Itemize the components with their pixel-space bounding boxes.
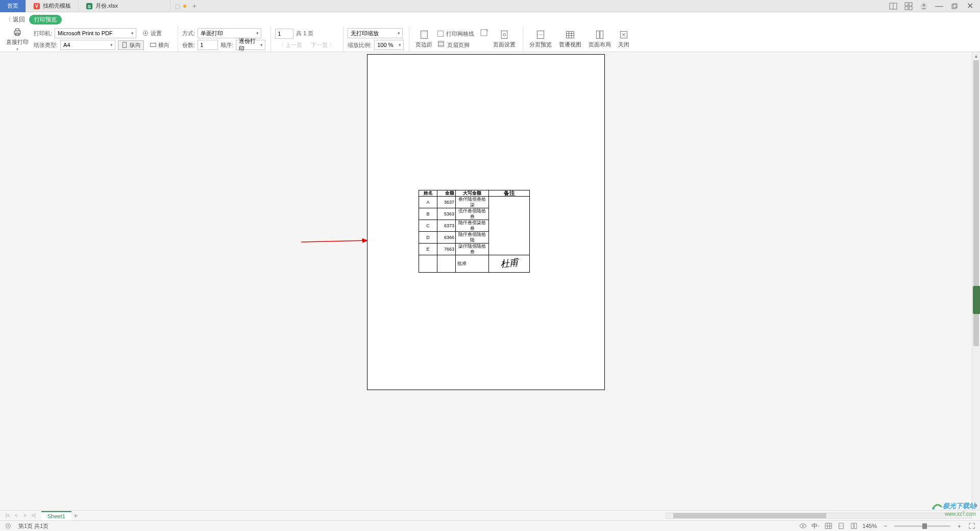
portrait-icon (121, 41, 128, 49)
sheet-prev-button[interactable]: < (13, 513, 20, 518)
msg-icon[interactable]: ▢ (175, 3, 180, 10)
gridlines-checkbox[interactable] (437, 31, 444, 37)
window-controls: — ✕ (888, 1, 980, 11)
svg-point-17 (145, 33, 146, 34)
zoom-in-button[interactable]: ＋ (955, 522, 963, 530)
page-break-button[interactable]: 分页预览 (527, 27, 554, 52)
printer-label: 打印机: (34, 30, 52, 37)
maximize-button[interactable] (949, 1, 960, 11)
side-panel-handle[interactable] (973, 286, 980, 314)
view-layout-icon[interactable] (850, 522, 858, 530)
direct-print-button[interactable]: 直接打印▾ (4, 27, 31, 52)
view-grid-icon[interactable] (824, 522, 832, 530)
signature-cell: 杜甫 (489, 255, 530, 273)
zoom-knob[interactable] (922, 523, 927, 529)
normal-view-icon (565, 30, 575, 40)
copies-input[interactable] (198, 40, 218, 50)
copies-label: 份数: (182, 41, 195, 49)
svg-line-40 (301, 240, 368, 242)
landscape-button[interactable]: 横向 (146, 40, 173, 50)
status-settings-icon[interactable] (4, 522, 12, 530)
header-footer-button[interactable]: 页眉页脚 (447, 41, 470, 49)
signature-icon: 杜甫 (500, 259, 519, 267)
svg-text:S: S (88, 3, 91, 9)
table-row: A3637叁仟陆佰叁拾柒 (419, 197, 530, 208)
svg-point-44 (802, 525, 803, 527)
sheet-first-button[interactable]: |< (4, 513, 11, 518)
fullscreen-icon[interactable] (968, 522, 976, 530)
page-setup-button[interactable]: 页面设置 (491, 27, 518, 52)
order-select[interactable]: 逐份打印 (236, 40, 265, 50)
print-preview-badge: 打印预览 (29, 15, 62, 25)
sheet-nav: |< < > >| (0, 513, 41, 518)
printer-select[interactable]: Microsoft Print to PDF (55, 28, 136, 38)
svg-rect-26 (501, 31, 507, 39)
method-select[interactable]: 单面打印 (198, 28, 261, 38)
minimize-button[interactable]: — (934, 1, 944, 11)
horizontal-scrollbar[interactable] (666, 513, 972, 519)
th-name: 姓名 (419, 190, 437, 197)
template-icon (33, 3, 40, 10)
svg-rect-36 (600, 31, 603, 39)
normal-view-button[interactable]: 普通视图 (557, 27, 583, 52)
paper-select[interactable]: A4 (60, 40, 115, 50)
approve-label: 批准 (456, 255, 489, 273)
printer-icon (12, 27, 22, 37)
sheet-next-button[interactable]: > (21, 513, 29, 518)
scroll-up-button[interactable]: ▲ (972, 52, 980, 60)
portrait-button[interactable]: 纵向 (118, 40, 144, 50)
print-toolbar: 直接打印▾ 打印机: Microsoft Print to PDF 设置 纸张类… (0, 27, 980, 52)
layout-icon[interactable] (888, 1, 898, 11)
scroll-down-button[interactable]: ▼ (972, 502, 980, 510)
svg-rect-35 (597, 31, 600, 39)
cn-mode-icon[interactable]: 中· (812, 522, 820, 530)
hscroll-thumb[interactable] (673, 513, 826, 518)
settings-button[interactable]: 设置 (139, 29, 165, 38)
tab-home-label: 首页 (7, 2, 18, 10)
page-setup-icon (499, 30, 509, 40)
gridlines-ext-icon[interactable] (480, 29, 488, 39)
svg-rect-18 (123, 42, 127, 48)
svg-point-42 (8, 525, 9, 527)
svg-point-10 (923, 4, 925, 6)
grid-icon[interactable] (903, 1, 914, 11)
zoom-out-button[interactable]: − (881, 522, 890, 530)
tab-template[interactable]: 找稻壳模板 (26, 0, 79, 12)
tab-home[interactable]: 首页 (0, 0, 26, 12)
zoom-value[interactable]: 145% (863, 523, 877, 529)
next-page-button[interactable]: 下一页 〉 (308, 40, 338, 50)
add-sheet-button[interactable]: ＋ (71, 511, 81, 520)
order-label: 顺序: (220, 41, 233, 49)
th-note: 备注 (489, 190, 530, 197)
new-tab-button[interactable]: ＋ (189, 1, 200, 11)
back-label: 返回 (13, 15, 25, 24)
page-layout-icon (595, 30, 605, 40)
sheet-last-button[interactable]: >| (30, 513, 37, 518)
view-page-icon[interactable] (837, 522, 845, 530)
svg-rect-22 (481, 30, 487, 36)
close-button[interactable]: ✕ (965, 1, 975, 11)
page-layout-button[interactable]: 页面布局 (586, 27, 613, 52)
zoom-select[interactable]: 100 % (374, 40, 404, 50)
zoom-slider[interactable] (894, 525, 950, 527)
svg-rect-13 (14, 31, 20, 34)
margins-icon (419, 30, 429, 40)
breadcrumb-row: 〈 返回 打印预览 (0, 12, 980, 27)
prev-page-button[interactable]: 〈 上一页 (275, 40, 305, 50)
sheet-tab-1[interactable]: Sheet1 (41, 511, 71, 520)
margins-button[interactable]: 页边距 (413, 27, 434, 52)
close-preview-button[interactable]: 关闭 (616, 27, 631, 52)
vertical-scrollbar[interactable]: ▲ ▼ (972, 52, 980, 510)
eye-icon[interactable] (799, 522, 807, 530)
tab-file[interactable]: S 月份.xlsx (79, 0, 170, 12)
sheet-tab-bar: |< < > >| Sheet1 ＋ (0, 510, 980, 520)
preview-area[interactable]: 姓名 金额 大写金额 备注 A3637叁仟陆佰叁拾柒 B5363伍仟叁佰陆拾叁 … (0, 52, 972, 510)
avatar-icon[interactable] (919, 1, 929, 11)
tab-template-label: 找稻壳模板 (43, 2, 71, 10)
svg-rect-11 (952, 5, 956, 9)
scale-mode-select[interactable]: 无打印缩放 (348, 28, 403, 38)
page-info: 第1页 共1页 (18, 522, 48, 530)
svg-rect-30 (567, 31, 574, 38)
page-input[interactable] (275, 29, 293, 39)
back-button[interactable]: 〈 返回 (5, 15, 25, 24)
